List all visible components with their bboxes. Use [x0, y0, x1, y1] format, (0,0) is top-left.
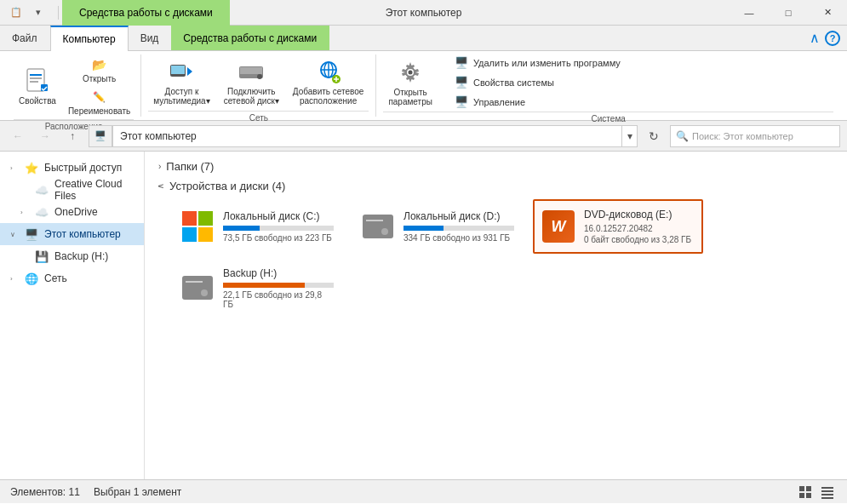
ribbon-content: Свойства 📂 Открыть ✏️ Переименовать Расп… — [0, 51, 847, 121]
svg-rect-2 — [30, 77, 42, 79]
help-button[interactable]: ? — [825, 31, 840, 46]
this-pc-label: Этот компьютер — [44, 228, 137, 240]
ribbon-group-network-buttons: Доступ кмультимедиа▾ Подключитьсетевой д… — [148, 54, 369, 109]
system-group-label: Система — [383, 112, 833, 125]
drives-row-1: Локальный диск (C:) 73,5 ГБ свободно из … — [172, 199, 833, 254]
drive-c-name: Локальный диск (C:) — [223, 210, 334, 222]
sidebar-item-onedrive[interactable]: › ☁️ OneDrive — [0, 201, 144, 223]
manage-icon: 🖥️ — [455, 95, 468, 108]
svg-rect-23 — [799, 493, 804, 498]
status-info: Элементов: 11 Выбран 1 элемент — [10, 486, 181, 498]
drive-e-icon: W — [541, 209, 575, 243]
drive-e[interactable]: W DVD-дисковод (E:) 16.0.12527.20482 0 б… — [533, 199, 703, 254]
map-drive-icon — [238, 58, 265, 85]
qat-properties-button[interactable]: 📋 — [7, 3, 26, 22]
map-drive-label: Подключитьсетевой диск▾ — [224, 87, 279, 106]
drive-h[interactable]: Backup (H:) 22,1 ГБ свободно из 29,8 ГБ — [172, 261, 342, 315]
search-box[interactable]: 🔍 Поиск: Этот компьютер — [670, 125, 840, 147]
hdd-d-shape — [363, 215, 393, 238]
drive-e-name: DVD-дисковод (E:) — [584, 209, 695, 220]
address-path[interactable]: Этот компьютер — [112, 125, 622, 147]
folders-chevron: › — [158, 162, 161, 171]
sidebar-item-quick-access[interactable]: › ⭐ Быстрый доступ — [0, 157, 144, 179]
svg-rect-21 — [799, 486, 804, 491]
window-controls: — □ ✕ — [730, 0, 847, 26]
network-group-label: Сеть — [148, 111, 369, 124]
system-props-button[interactable]: 🖥️ Свойства системы — [451, 74, 624, 90]
manage-button[interactable]: 🖥️ Управление — [451, 94, 624, 110]
home-icon: 🖥️ — [94, 130, 106, 141]
media-access-label: Доступ кмультимедиа▾ — [153, 87, 209, 106]
back-button[interactable]: ← — [7, 125, 29, 147]
forward-button[interactable]: → — [34, 125, 56, 147]
sidebar-item-backup-h[interactable]: 💾 Backup (H:) — [0, 245, 144, 267]
tab-manage[interactable]: Средства работы с дисками — [62, 0, 230, 26]
drive-c[interactable]: Локальный диск (C:) 73,5 ГБ свободно из … — [172, 199, 342, 254]
sidebar: › ⭐ Быстрый доступ ☁️ Creative Cloud Fil… — [0, 152, 145, 479]
drive-d[interactable]: Локальный диск (D:) 334 ГБ свободно из 9… — [352, 199, 523, 254]
manage-label: Управление — [473, 97, 525, 107]
drive-h-icon — [180, 271, 215, 305]
item-count: Элементов: 11 — [10, 486, 80, 498]
refresh-button[interactable]: ↻ — [643, 125, 665, 147]
open-settings-button[interactable]: Открытьпараметры — [383, 55, 438, 110]
add-network-button[interactable]: Добавить сетевоерасположение — [288, 54, 369, 109]
folders-section-title[interactable]: › Папки (7) — [158, 160, 833, 173]
sidebar-item-this-pc[interactable]: ∨ 🖥️ Этот компьютер — [0, 223, 144, 245]
selected-count: Выбран 1 элемент — [94, 486, 181, 498]
drive-h-info: Backup (H:) 22,1 ГБ свободно из 29,8 ГБ — [223, 267, 334, 309]
remove-program-button[interactable]: 🖥️ Удалить или изменить программу — [451, 54, 624, 71]
address-bar: ← → ↑ 🖥️ Этот компьютер ▾ ↻ 🔍 Поиск: Это… — [0, 121, 847, 152]
breadcrumb-home[interactable]: 🖥️ — [89, 125, 112, 147]
media-access-button[interactable]: Доступ кмультимедиа▾ — [148, 54, 215, 109]
svg-marker-7 — [187, 67, 192, 76]
quick-access-icon: ⭐ — [24, 160, 39, 175]
svg-rect-27 — [821, 494, 833, 495]
open-button[interactable]: 📂 Открыть — [65, 54, 134, 85]
settings-icon — [397, 59, 424, 86]
this-pc-icon: 🖥️ — [24, 226, 39, 242]
drive-h-free: 22,1 ГБ свободно из 29,8 ГБ — [223, 290, 334, 309]
drive-d-free: 334 ГБ свободно из 931 ГБ — [403, 233, 514, 243]
svg-rect-22 — [806, 486, 811, 491]
svg-rect-25 — [821, 487, 833, 489]
map-drive-button[interactable]: Подключитьсетевой диск▾ — [219, 54, 284, 109]
system-props-label: Свойства системы — [473, 77, 554, 88]
minimize-button[interactable]: — — [730, 0, 769, 26]
svg-rect-9 — [240, 67, 262, 74]
onedrive-icon: ☁️ — [34, 204, 49, 220]
title-bar: 📋 ▾ Средства работы с дисками Этот компь… — [0, 0, 847, 26]
devices-section: ∨ Устройства и диски (4) Локальный диск … — [158, 180, 833, 315]
help-collapse-button[interactable]: ∧ — [810, 30, 820, 46]
creative-cloud-label: Creative Cloud Files — [54, 178, 137, 202]
add-network-icon — [315, 58, 342, 85]
devices-section-title[interactable]: ∨ Устройства и диски (4) — [158, 180, 833, 192]
up-button[interactable]: ↑ — [61, 125, 83, 147]
media-access-icon — [168, 58, 195, 85]
tab-view[interactable]: Вид — [129, 26, 172, 50]
expand-icon-pc: ∨ — [10, 231, 19, 238]
ribbon-tab-bar: Файл Компьютер Вид Средства работы с дис… — [0, 26, 847, 51]
remove-program-icon: 🖥️ — [455, 56, 468, 69]
sidebar-item-creative-cloud[interactable]: ☁️ Creative Cloud Files — [0, 179, 144, 201]
details-view-button[interactable] — [818, 483, 837, 501]
close-button[interactable]: ✕ — [808, 0, 847, 26]
qat-dropdown-button[interactable]: ▾ — [29, 3, 48, 22]
expand-icon-net: › — [10, 275, 19, 283]
tab-file[interactable]: Файл — [0, 26, 50, 50]
svg-rect-24 — [806, 493, 811, 498]
address-dropdown-button[interactable]: ▾ — [622, 125, 638, 147]
tab-computer[interactable]: Компьютер — [50, 26, 129, 51]
large-icons-view-button[interactable] — [796, 483, 815, 501]
tab-disk-tools[interactable]: Средства работы с дисками — [171, 26, 329, 50]
rename-button[interactable]: ✏️ Переименовать — [65, 87, 134, 117]
rename-label: Переименовать — [68, 106, 130, 116]
search-icon: 🔍 — [676, 130, 689, 142]
drive-c-info: Локальный диск (C:) 73,5 ГБ свободно из … — [223, 210, 334, 243]
system-props-icon: 🖥️ — [455, 76, 468, 89]
properties-label: Свойства — [19, 96, 56, 106]
sidebar-item-network[interactable]: › 🌐 Сеть — [0, 267, 144, 289]
properties-button[interactable]: Свойства — [14, 64, 61, 109]
maximize-button[interactable]: □ — [769, 0, 808, 26]
drive-e-info: DVD-дисковод (E:) 16.0.12527.20482 0 бай… — [584, 209, 695, 244]
